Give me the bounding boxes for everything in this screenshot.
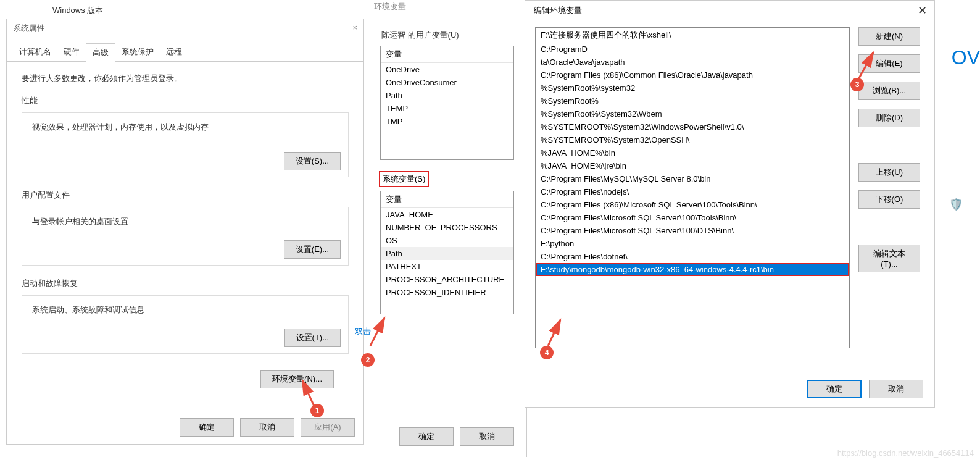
annotation-badge-2: 2 [361, 353, 375, 367]
sys-var-row[interactable]: OS [381, 234, 513, 247]
svg-line-2 [858, 52, 873, 80]
windows-version-label: Windows 版本 [52, 5, 103, 16]
env-dialog-title: 环境变量 [368, 0, 526, 17]
path-row[interactable]: F:\连接服务器使用四个的软件\xshell\ [536, 28, 849, 43]
sys-var-row[interactable]: PROCESSOR_IDENTIFIER [381, 286, 513, 299]
profiles-title: 用户配置文件 [22, 190, 349, 201]
path-row[interactable]: %JAVA_HOME%\jre\bin [536, 159, 849, 172]
user-var-row[interactable]: TEMP [381, 102, 513, 115]
ov-text: OV [952, 46, 980, 69]
performance-title: 性能 [22, 95, 349, 106]
path-row[interactable]: %SYSTEMROOT%\System32\OpenSSH\ [536, 133, 849, 146]
annotation-badge-1: 1 [310, 404, 324, 417]
user-var-row[interactable]: TMP [381, 115, 513, 128]
annotation-badge-4: 4 [540, 346, 554, 359]
shield-icon: 🛡️ [949, 198, 963, 211]
svg-line-1 [370, 318, 384, 346]
path-row[interactable]: %SystemRoot% [536, 94, 849, 107]
col-variable[interactable]: 变量 [381, 191, 510, 207]
startup-desc: 系统启动、系统故障和调试信息 [32, 304, 338, 316]
path-row[interactable]: C:\Program Files\Microsoft SQL Server\10… [536, 211, 849, 224]
path-row-selected[interactable]: F:\study\mongodb\mongodb-win32-x86_64-wi… [536, 263, 849, 276]
path-list[interactable]: F:\连接服务器使用四个的软件\xshell\ C:\ProgramD ta\O… [535, 27, 850, 348]
tab-system-protection[interactable]: 系统保护 [115, 43, 160, 61]
new-button[interactable]: 新建(N) [858, 27, 920, 46]
user-vars-table[interactable]: 变量 值 OneDrive OneDriveConsumer Path TEMP… [380, 46, 514, 160]
path-row[interactable]: C:\Program Files\MySQL\MySQL Server 8.0\… [536, 172, 849, 185]
user-var-row[interactable]: OneDriveConsumer [381, 76, 513, 89]
path-row[interactable]: C:\Program Files (x86)\Microsoft SQL Ser… [536, 198, 849, 211]
move-down-button[interactable]: 下移(O) [858, 190, 920, 209]
path-row[interactable]: C:\Program Files\dotnet\ [536, 250, 849, 263]
close-icon[interactable]: × [352, 23, 357, 34]
path-row[interactable]: C:\Program Files\Microsoft SQL Server\10… [536, 224, 849, 237]
path-row[interactable]: C:\ProgramD [536, 43, 849, 56]
apply-button[interactable]: 应用(A) [301, 418, 355, 437]
user-vars-label: 陈运智 的用户变量(U) [381, 30, 526, 41]
path-row[interactable]: C:\Program Files (x86)\Common Files\Orac… [536, 69, 849, 82]
tab-remote[interactable]: 远程 [160, 43, 188, 61]
profiles-settings-button[interactable]: 设置(E)... [284, 240, 341, 259]
sys-var-row[interactable]: NUMBER_OF_PROCESSORS [381, 221, 513, 234]
env-cancel-button[interactable]: 取消 [460, 427, 514, 446]
path-row[interactable]: C:\Program Files\nodejs\ [536, 185, 849, 198]
path-row[interactable]: %SYSTEMROOT%\System32\WindowsPowerShell\… [536, 120, 849, 133]
user-var-row[interactable]: Path [381, 89, 513, 102]
col-value[interactable]: 值 [510, 191, 514, 207]
annotation-badge-3: 3 [850, 78, 864, 91]
col-value[interactable]: 值 [510, 46, 514, 62]
path-row[interactable]: ta\Oracle\Java\javapath [536, 56, 849, 69]
sys-var-row-path[interactable]: Path [381, 247, 513, 260]
performance-desc: 视觉效果，处理器计划，内存使用，以及虚拟内存 [32, 122, 338, 133]
performance-settings-button[interactable]: 设置(S)... [284, 152, 341, 170]
edit-ok-button[interactable]: 确定 [807, 380, 862, 398]
tab-computer-name[interactable]: 计算机名 [13, 43, 57, 61]
sys-var-row[interactable]: PATHEXT [381, 260, 513, 273]
dialog-title: 系统属性 [13, 23, 45, 34]
admin-note: 要进行大多数更改，你必须作为管理员登录。 [22, 73, 349, 84]
startup-title: 启动和故障恢复 [22, 278, 349, 289]
col-variable[interactable]: 变量 [381, 46, 510, 62]
path-row[interactable]: F:\python [536, 237, 849, 250]
system-vars-label: 系统变量(S) [379, 171, 429, 187]
system-vars-table[interactable]: 变量 值 JAVA_HOME NUMBER_OF_PROCESSORS OS P… [380, 191, 514, 314]
watermark: https://blog.csdn.net/weixin_46654114 [837, 448, 974, 458]
tab-bar: 计算机名 硬件 高级 系统保护 远程 [7, 38, 363, 62]
sys-var-row[interactable]: JAVA_HOME [381, 208, 513, 221]
cancel-button[interactable]: 取消 [240, 418, 294, 437]
environment-variables-dialog: 环境变量 陈运智 的用户变量(U) 变量 值 OneDrive OneDrive… [368, 0, 527, 457]
move-up-button[interactable]: 上移(U) [858, 163, 920, 182]
edit-cancel-button[interactable]: 取消 [869, 380, 923, 398]
user-var-row[interactable]: OneDrive [381, 63, 513, 76]
path-row[interactable]: %JAVA_HOME%\bin [536, 146, 849, 159]
tab-advanced[interactable]: 高级 [86, 43, 115, 62]
path-row[interactable]: %SystemRoot%\System32\Wbem [536, 107, 849, 120]
ok-button[interactable]: 确定 [180, 418, 234, 437]
svg-line-0 [302, 380, 315, 408]
startup-settings-button[interactable]: 设置(T)... [284, 329, 341, 347]
sys-var-row[interactable]: PROCESSOR_ARCHITECTURE [381, 273, 513, 286]
svg-line-3 [548, 320, 560, 346]
close-icon[interactable]: ✕ [918, 5, 927, 16]
env-ok-button[interactable]: 确定 [399, 427, 454, 446]
edit-dialog-title: 编辑环境变量 [534, 5, 582, 16]
profiles-desc: 与登录帐户相关的桌面设置 [32, 216, 338, 227]
path-row[interactable]: %SystemRoot%\system32 [536, 82, 849, 94]
tab-hardware[interactable]: 硬件 [57, 43, 86, 61]
delete-button[interactable]: 删除(D) [858, 109, 920, 127]
annotation-arrow-2 [367, 315, 392, 352]
edit-text-button[interactable]: 编辑文本(T)... [858, 245, 920, 272]
